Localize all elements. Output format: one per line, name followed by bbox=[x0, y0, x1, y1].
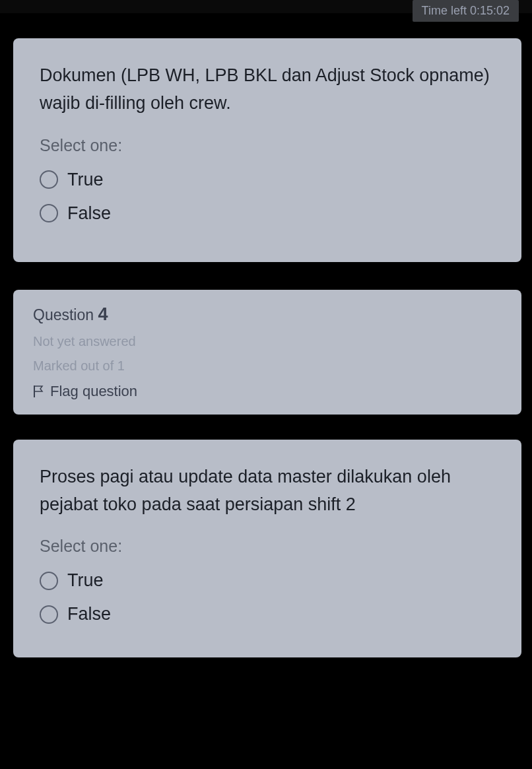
question-4-option-false[interactable]: False bbox=[40, 604, 499, 624]
flag-question-link[interactable]: Flag question bbox=[33, 383, 499, 400]
time-left-chip: Time left 0:15:02 bbox=[413, 0, 519, 22]
question-4-marked: Marked out of 1 bbox=[33, 358, 499, 374]
radio-icon bbox=[40, 572, 58, 590]
question-4-body-card: Proses pagi atau update data master dila… bbox=[13, 440, 521, 658]
time-left-text: Time left 0:15:02 bbox=[422, 4, 510, 17]
question-4-select-one-label: Select one: bbox=[40, 537, 499, 556]
question-4-text: Proses pagi atau update data master dila… bbox=[40, 463, 499, 519]
question-3-select-one-label: Select one: bbox=[40, 136, 499, 155]
flag-icon bbox=[33, 385, 44, 398]
radio-icon bbox=[40, 170, 58, 189]
option-label-true: True bbox=[67, 170, 104, 190]
top-bar: Time left 0:15:02 bbox=[0, 0, 532, 13]
option-label-false: False bbox=[67, 203, 111, 224]
question-number: 4 bbox=[98, 304, 108, 324]
radio-icon bbox=[40, 605, 58, 624]
question-3-option-true[interactable]: True bbox=[40, 170, 499, 190]
question-3-text: Dokumen (LPB WH, LPB BKL dan Adjust Stoc… bbox=[40, 62, 499, 117]
question-4-heading: Question 4 bbox=[33, 304, 499, 325]
question-4-status: Not yet answered bbox=[33, 334, 499, 349]
flag-question-text: Flag question bbox=[50, 383, 137, 400]
option-label-true: True bbox=[67, 570, 104, 591]
option-label-false: False bbox=[67, 604, 111, 624]
question-4-meta-card: Question 4 Not yet answered Marked out o… bbox=[13, 290, 521, 415]
radio-icon bbox=[40, 204, 58, 222]
question-3-option-false[interactable]: False bbox=[40, 203, 499, 224]
question-3-body-card: Dokumen (LPB WH, LPB BKL dan Adjust Stoc… bbox=[13, 38, 521, 262]
question-4-option-true[interactable]: True bbox=[40, 570, 499, 591]
question-label: Question bbox=[33, 306, 94, 323]
page-content: Dokumen (LPB WH, LPB BKL dan Adjust Stoc… bbox=[0, 38, 532, 657]
